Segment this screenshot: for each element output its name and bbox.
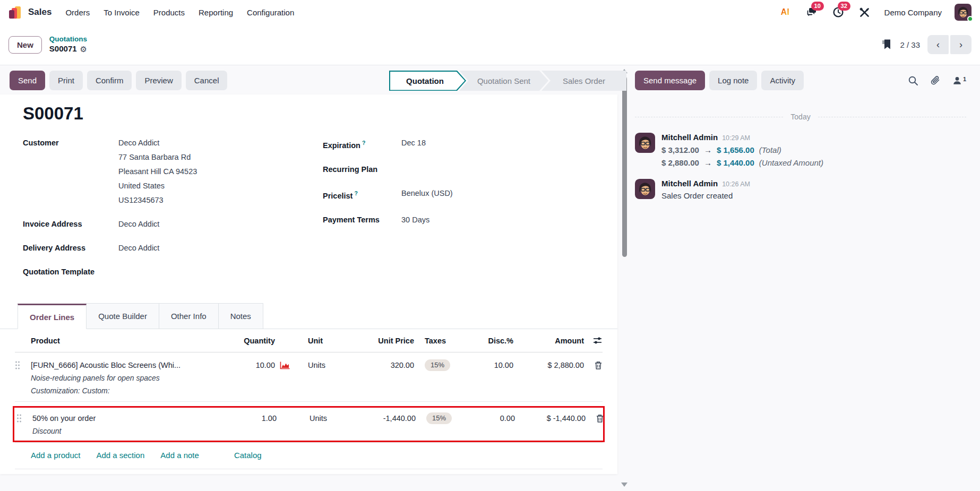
company-name[interactable]: Demo Company: [884, 8, 942, 17]
pricelist-field[interactable]: Benelux (USD): [401, 186, 453, 203]
column-quantity[interactable]: Quantity: [227, 337, 275, 345]
app-switcher[interactable]: Sales: [8, 5, 51, 20]
payment-terms-field[interactable]: 30 Days: [401, 213, 429, 227]
help-icon[interactable]: ?: [354, 190, 357, 196]
send-button[interactable]: Send: [10, 71, 45, 90]
tab-notes[interactable]: Notes: [219, 303, 263, 329]
cell-product[interactable]: 50% on your order: [30, 414, 229, 423]
tab-other-info[interactable]: Other Info: [159, 303, 219, 329]
column-amount[interactable]: Amount: [513, 337, 584, 345]
delivery-address-label: Delivery Address: [23, 241, 118, 255]
activity-button[interactable]: Activity: [761, 71, 804, 90]
optional-columns-icon[interactable]: [592, 336, 603, 345]
avatar[interactable]: [635, 133, 655, 153]
expiration-field[interactable]: Dec 18: [401, 136, 426, 153]
status-step-quotation[interactable]: Quotation: [389, 71, 466, 91]
drag-handle-icon[interactable]: [16, 414, 22, 423]
breadcrumb-quotations-link[interactable]: Quotations: [49, 35, 87, 44]
cell-unit[interactable]: Units: [296, 414, 349, 423]
user-avatar[interactable]: [955, 4, 972, 21]
message-time: 10:29 AM: [722, 134, 750, 142]
debug-tools-icon[interactable]: [858, 5, 872, 19]
app-name[interactable]: Sales: [28, 7, 51, 18]
status-step-quotation-sent[interactable]: Quotation Sent: [459, 71, 548, 91]
column-unit[interactable]: Unit: [294, 337, 348, 345]
avatar[interactable]: [635, 179, 655, 199]
next-record-button[interactable]: ›: [950, 35, 972, 54]
cell-unit[interactable]: Units: [294, 361, 348, 369]
cell-amount: $ -1,440.00: [515, 414, 586, 423]
column-product[interactable]: Product: [29, 337, 227, 345]
search-messages-icon[interactable]: [908, 75, 918, 86]
invoice-address-field[interactable]: Deco Addict: [118, 217, 159, 231]
catalog-link[interactable]: Catalog: [234, 451, 262, 460]
order-line-row-discount-highlighted[interactable]: 50% on your order 1.00 Units -1,440.00 1…: [13, 406, 605, 442]
delete-row-icon[interactable]: [596, 414, 604, 423]
message-author[interactable]: Mitchell Admin: [661, 179, 718, 188]
new-button[interactable]: New: [8, 36, 42, 54]
table-header-row: Product Quantity Unit Unit Price Taxes D…: [15, 329, 603, 352]
tax-badge[interactable]: 15%: [425, 359, 450, 371]
message-author[interactable]: Mitchell Admin: [661, 133, 718, 142]
cancel-button[interactable]: Cancel: [186, 71, 228, 90]
messages-icon[interactable]: 10: [805, 5, 819, 19]
column-taxes[interactable]: Taxes: [414, 337, 475, 345]
cell-product[interactable]: [FURN_6666] Acoustic Bloc Screens (Whi..…: [29, 361, 227, 369]
delete-row-icon[interactable]: [594, 361, 603, 370]
arrow-right-icon: →: [704, 158, 712, 167]
tab-order-lines[interactable]: Order Lines: [18, 304, 87, 329]
menu-to-invoice[interactable]: To Invoice: [104, 8, 140, 17]
cell-quantity[interactable]: 10.00: [227, 361, 275, 369]
customer-label: Customer: [23, 136, 118, 208]
add-section-link[interactable]: Add a section: [96, 451, 144, 460]
cell-discount[interactable]: 10.00: [475, 361, 513, 369]
status-step-sales-order[interactable]: Sales Order: [541, 71, 626, 91]
help-icon[interactable]: ?: [362, 140, 365, 146]
customer-field[interactable]: Deco Addict 77 Santa Barbara Rd Pleasant…: [118, 136, 197, 208]
drag-handle-icon[interactable]: [15, 360, 20, 370]
tab-quote-builder[interactable]: Quote Builder: [87, 303, 159, 329]
activities-icon[interactable]: 32: [831, 5, 845, 19]
breadcrumb-current-record: S00071: [49, 44, 77, 54]
add-product-link[interactable]: Add a product: [31, 451, 80, 460]
cell-discount[interactable]: 0.00: [477, 414, 515, 423]
cell-quantity[interactable]: 1.00: [229, 414, 277, 423]
forecast-chart-icon[interactable]: [279, 361, 290, 370]
bookmark-icon[interactable]: [882, 39, 892, 50]
log-note-button[interactable]: Log note: [709, 71, 757, 90]
order-line-row[interactable]: [FURN_6666] Acoustic Bloc Screens (Whi..…: [15, 352, 603, 402]
cell-unit-price[interactable]: 320.00: [348, 361, 414, 369]
menu-products[interactable]: Products: [153, 8, 185, 17]
confirm-button[interactable]: Confirm: [87, 71, 132, 90]
chatter-message: Mitchell Admin 10:29 AM $ 3,312.00 → $ 1…: [635, 133, 966, 167]
tax-badge[interactable]: 15%: [426, 412, 452, 424]
preview-button[interactable]: Preview: [136, 71, 181, 90]
column-unit-price[interactable]: Unit Price: [348, 337, 414, 345]
invoice-address-label: Invoice Address: [23, 217, 118, 231]
followers-icon[interactable]: 1: [952, 76, 966, 85]
add-note-link[interactable]: Add a note: [160, 451, 199, 460]
menu-configuration[interactable]: Configuration: [247, 8, 294, 17]
gear-icon[interactable]: ⚙: [80, 45, 87, 53]
menu-orders[interactable]: Orders: [65, 8, 90, 17]
line-customization: Customization: Custom:: [31, 384, 603, 397]
order-lines-table: Product Quantity Unit Unit Price Taxes D…: [15, 329, 603, 469]
cell-unit-price[interactable]: -1,440.00: [349, 414, 416, 423]
ai-assistant-icon[interactable]: AI: [778, 5, 792, 19]
print-button[interactable]: Print: [49, 71, 83, 90]
breadcrumb: Quotations S00071 ⚙: [49, 35, 87, 54]
form-sheet: S00071 Customer Deco Addict 77 Santa Bar…: [0, 94, 617, 474]
scrollbar-thumb[interactable]: [622, 76, 627, 257]
delivery-address-field[interactable]: Deco Addict: [118, 241, 159, 255]
send-message-button[interactable]: Send message: [635, 71, 705, 90]
top-navbar: Sales Orders To Invoice Products Reporti…: [0, 0, 980, 24]
line-description: Noise-reducing panels for open spaces: [31, 372, 603, 384]
vertical-scrollbar[interactable]: [620, 65, 630, 491]
cell-amount: $ 2,880.00: [513, 361, 584, 369]
control-panel: New Quotations S00071 ⚙ 2 / 33 ‹ ›: [0, 24, 980, 65]
column-discount[interactable]: Disc.%: [475, 337, 513, 345]
attachment-icon[interactable]: [930, 75, 941, 86]
scroll-down-arrow[interactable]: [621, 483, 627, 487]
menu-reporting[interactable]: Reporting: [199, 8, 233, 17]
previous-record-button[interactable]: ‹: [927, 35, 949, 54]
